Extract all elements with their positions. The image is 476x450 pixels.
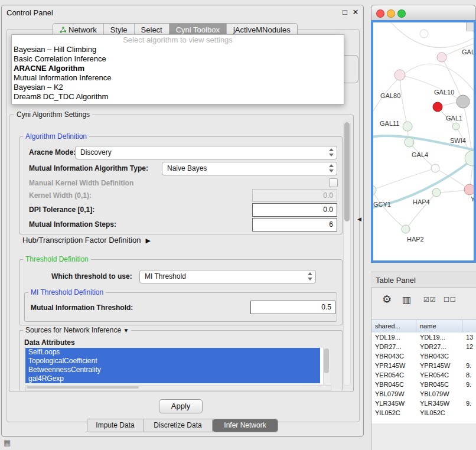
node-gal10[interactable]: [457, 95, 470, 108]
attributes-list-scrollbar-thumb[interactable]: [324, 348, 329, 373]
aracne-mode-select[interactable]: Discovery: [75, 146, 337, 159]
select-all-checkboxes-icon[interactable]: ☑☑: [423, 296, 436, 304]
menu-item-aracne[interactable]: ARACNE Algorithm: [12, 64, 344, 73]
table-row[interactable]: YBR045CYBR045C9.: [371, 380, 476, 389]
cell[interactable]: 13: [462, 332, 476, 342]
cell[interactable]: 9.: [462, 399, 476, 408]
expand-right-icon[interactable]: ▶: [145, 237, 150, 244]
which-threshold-select[interactable]: MI Threshold: [139, 270, 316, 283]
cell[interactable]: YBR045C: [371, 380, 416, 389]
column-header-shared[interactable]: shared...: [371, 320, 416, 332]
cyni-algorithm-settings-group: Cyni Algorithm Settings Algorithm Defini…: [9, 115, 354, 392]
aracne-mode-value: Discovery: [80, 148, 112, 156]
node-hap2[interactable]: [402, 225, 410, 233]
mi-type-select[interactable]: Naive Bayes: [162, 162, 337, 175]
mi-threshold-field[interactable]: 0.5: [250, 301, 335, 314]
list-item-topologicalcoefficient[interactable]: TopologicalCoefficient: [25, 357, 320, 366]
node-gcy1[interactable]: [373, 185, 376, 195]
mi-steps-value: 6: [329, 220, 333, 229]
cell[interactable]: YBR045C: [416, 380, 462, 389]
float-window-button[interactable]: □: [341, 8, 349, 17]
cell[interactable]: 9.: [462, 361, 476, 370]
node[interactable]: [420, 30, 428, 38]
menu-item-mutual-information[interactable]: Mutual Information Inference: [12, 73, 344, 83]
attributes-list-hscrollbar[interactable]: [25, 385, 331, 391]
table-row[interactable]: YDL19...YDL19...13: [371, 332, 476, 342]
menu-item-bayesian-k2[interactable]: Bayesian – K2: [12, 83, 344, 92]
node[interactable]: [437, 53, 446, 62]
cell[interactable]: YIL052C: [416, 408, 462, 418]
table-row[interactable]: YPR145WYPR145W9.: [371, 361, 476, 370]
cell[interactable]: 8.: [462, 370, 476, 380]
column-header-clipped[interactable]: [462, 320, 476, 332]
minimize-traffic-light[interactable]: [387, 9, 395, 18]
cell[interactable]: YDR27...: [416, 342, 462, 351]
cell[interactable]: YBR043C: [371, 351, 416, 361]
mi-steps-field[interactable]: 6: [252, 218, 337, 231]
gear-icon[interactable]: ⚙: [382, 293, 392, 306]
table-row[interactable]: YDR27...YDR27...12: [371, 342, 476, 351]
cell[interactable]: YLR345W: [371, 399, 416, 408]
list-item-selfloops[interactable]: SelfLoops: [25, 348, 320, 357]
cell[interactable]: 9.: [462, 380, 476, 389]
panel-collapse-arrow[interactable]: ◀: [357, 216, 361, 222]
node-selected-red[interactable]: [433, 102, 442, 112]
table-row[interactable]: YER054CYER054C8.: [371, 370, 476, 380]
cell[interactable]: YPR145W: [416, 361, 462, 370]
hub-definition-expander[interactable]: Hub/Transcription Factor Definition▶: [22, 236, 151, 244]
cell[interactable]: [462, 351, 476, 361]
cell[interactable]: YDR27...: [371, 342, 416, 351]
cell[interactable]: YER054C: [416, 370, 462, 380]
attributes-list-hscrollbar-thumb[interactable]: [27, 386, 139, 389]
cell[interactable]: YBR043C: [416, 351, 462, 361]
menu-item-basic-correlation[interactable]: Basic Correlation Inference: [12, 54, 344, 64]
cell[interactable]: YDL19...: [416, 332, 462, 342]
threshold-definition-title: Threshold Definition: [23, 255, 91, 263]
close-window-button[interactable]: ✕: [351, 8, 360, 17]
menu-item-bayesian-hill-climbing[interactable]: Bayesian – Hill Climbing: [12, 45, 344, 54]
node[interactable]: [395, 70, 405, 80]
tab-discretize-data[interactable]: Discretize Data: [144, 419, 213, 432]
list-item-betweennesscentrality[interactable]: BetweennessCentrality: [25, 366, 320, 374]
close-traffic-light[interactable]: [376, 9, 384, 18]
cell[interactable]: YLR345W: [416, 399, 462, 408]
list-item-gal4rgexp[interactable]: gal4RGexp: [25, 374, 320, 383]
table-row[interactable]: YLR345WYLR345W9.: [371, 399, 476, 408]
node-pink[interactable]: [464, 184, 474, 195]
cell[interactable]: 12: [462, 342, 476, 351]
cell[interactable]: [462, 389, 476, 399]
node-gal11[interactable]: [403, 122, 412, 131]
table-row[interactable]: YBL079WYBL079W: [371, 389, 476, 399]
clear-all-checkboxes-icon[interactable]: ☐☐: [444, 296, 457, 304]
node[interactable]: [431, 164, 439, 172]
cell[interactable]: YBL079W: [416, 389, 462, 399]
columns-icon[interactable]: ▥: [402, 294, 411, 305]
tab-infer-network[interactable]: Infer Network: [213, 419, 278, 432]
node-hap4[interactable]: [432, 188, 441, 197]
zoom-traffic-light[interactable]: [397, 9, 406, 18]
network-window-titlebar[interactable]: [371, 5, 476, 21]
cell[interactable]: YBL079W: [371, 389, 416, 399]
network-canvas[interactable]: GAL80 GAL8 GAL10 GAL11 GAL1 SWI4 GAL4 GC…: [371, 20, 476, 263]
cell[interactable]: YPR145W: [371, 361, 416, 370]
node-gal1[interactable]: [452, 123, 459, 130]
menu-item-dream8[interactable]: Dream8 DC_TDC Algorithm: [12, 92, 344, 102]
cell[interactable]: [462, 408, 476, 418]
attributes-list-scrollbar[interactable]: [323, 348, 330, 384]
show-panel-icon[interactable]: ▦: [4, 438, 11, 447]
manual-kernel-checkbox[interactable]: [329, 178, 338, 187]
collapse-down-icon[interactable]: ▼: [123, 327, 129, 334]
cell[interactable]: YER054C: [371, 370, 416, 380]
settings-scrollbar-thumb[interactable]: [344, 122, 350, 221]
cell[interactable]: YIL052C: [371, 408, 416, 418]
table-row[interactable]: YBR043CYBR043C: [371, 351, 476, 361]
cell[interactable]: YDL19...: [371, 332, 416, 342]
dpi-tolerance-field[interactable]: 0.0: [252, 203, 337, 217]
settings-scrollbar[interactable]: [343, 121, 351, 386]
node-gal4[interactable]: [405, 138, 414, 147]
table-row[interactable]: YIL052CYIL052C: [371, 408, 476, 418]
tab-impute-data[interactable]: Impute Data: [87, 419, 144, 432]
apply-button[interactable]: Apply: [159, 399, 203, 413]
column-header-name[interactable]: name: [416, 320, 462, 332]
canvas-corner-widget[interactable]: [466, 22, 474, 31]
